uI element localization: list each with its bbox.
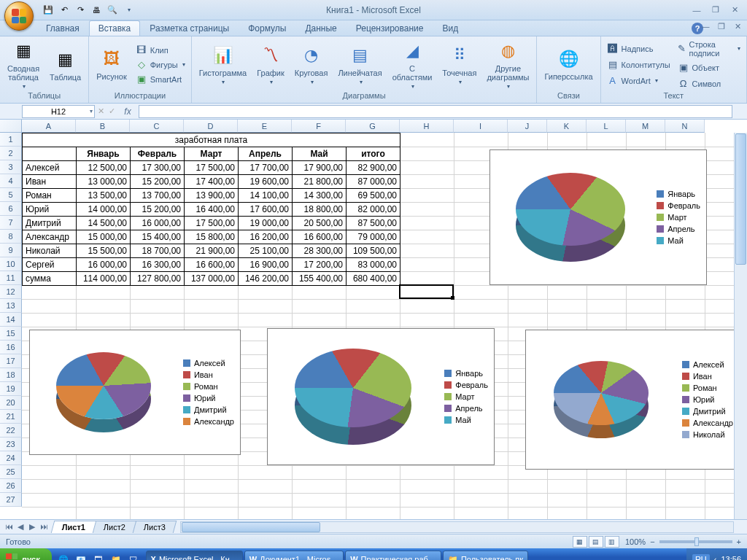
column-header[interactable]: M [626, 120, 665, 133]
mdi-close[interactable]: ✕ [731, 22, 744, 31]
signature-line-button[interactable]: ✎Строка подписи [675, 39, 743, 59]
pie-chart-object[interactable]: АлексейИванРоманЮрийДмитрийАлександрНико… [525, 330, 740, 470]
row-header[interactable]: 18 [0, 368, 22, 382]
column-headers[interactable]: ABCDEFGHIJKLMN [22, 120, 705, 133]
row-header[interactable]: 9 [0, 244, 22, 257]
column-header[interactable]: J [508, 120, 547, 133]
name-box[interactable]: H12 [22, 105, 95, 118]
row-header[interactable]: 27 [0, 493, 22, 507]
taskbar-button[interactable]: WПрактическая раб… [345, 551, 441, 560]
row-header[interactable]: 8 [0, 230, 22, 244]
row-header[interactable]: 23 [0, 438, 22, 451]
zoom-out-button[interactable]: − [650, 537, 654, 546]
fx-button[interactable]: fx [120, 106, 135, 117]
cancel-formula-icon[interactable]: ✕ [98, 106, 104, 117]
row-header[interactable]: 11 [0, 271, 22, 285]
tab-nav-next[interactable]: ▶ [26, 522, 38, 532]
pie-chart-object[interactable]: ЯнварьФевральМартАпрельМай [267, 328, 495, 465]
column-header[interactable]: I [454, 120, 508, 133]
row-header[interactable]: 22 [0, 424, 22, 438]
save-icon[interactable]: 💾 [42, 4, 54, 16]
row-headers[interactable]: 1234567891011121314151617181920212223242… [0, 133, 22, 507]
quick-print-icon[interactable]: 🖶 [90, 4, 102, 16]
row-header[interactable]: 25 [0, 465, 22, 479]
view-page-break-button[interactable]: ▥ [605, 536, 619, 548]
language-indicator[interactable]: RU [692, 554, 710, 560]
column-header[interactable]: A [22, 120, 76, 133]
column-header[interactable]: K [547, 120, 587, 133]
view-normal-button[interactable]: ▦ [573, 536, 587, 548]
row-header[interactable]: 12 [0, 285, 22, 299]
row-header[interactable]: 17 [0, 354, 22, 368]
zoom-slider[interactable] [659, 540, 732, 543]
clip-button[interactable]: 🎞Клип [133, 43, 188, 58]
column-chart-button[interactable]: 📊Гистограмма [195, 42, 252, 87]
quicklaunch-icon[interactable]: 🛡 [126, 552, 141, 560]
qat-customize-icon[interactable] [123, 4, 134, 16]
row-header[interactable]: 10 [0, 257, 22, 271]
pie-chart-object[interactable]: ЯнварьФевральМартАпрельМай [489, 149, 707, 285]
pie-chart-button[interactable]: ◔Круговая [290, 42, 333, 87]
textbox-button[interactable]: 🅰Надпись [604, 42, 673, 56]
vscroll-thumb[interactable] [735, 133, 746, 265]
vertical-scrollbar[interactable] [734, 133, 747, 519]
ribbon-tab[interactable]: Формулы [239, 20, 295, 36]
ribbon-tab[interactable]: Разметка страницы [140, 20, 239, 36]
row-header[interactable]: 19 [0, 382, 22, 396]
row-header[interactable]: 2 [0, 147, 22, 160]
clock[interactable]: 13:56 [721, 555, 741, 560]
close-button[interactable]: ✕ [727, 4, 743, 16]
mdi-restore[interactable]: ❐ [715, 22, 728, 31]
hscroll-thumb[interactable] [182, 522, 320, 532]
column-header[interactable]: H [400, 120, 454, 133]
horizontal-scrollbar[interactable] [180, 521, 734, 533]
column-header[interactable]: D [184, 120, 238, 133]
row-header[interactable]: 7 [0, 216, 22, 230]
object-button[interactable]: ▣Объект [675, 61, 743, 75]
column-header[interactable]: N [665, 120, 705, 133]
row-header[interactable]: 20 [0, 396, 22, 410]
pie-chart-object[interactable]: АлексейИванРоманЮрийДмитрийАлександр [29, 330, 241, 455]
select-all-button[interactable] [0, 120, 22, 133]
row-header[interactable]: 5 [0, 188, 22, 202]
column-header[interactable]: E [238, 120, 292, 133]
sheet-tab[interactable]: Лист3 [133, 521, 177, 533]
line-chart-button[interactable]: 〽График [252, 42, 289, 87]
quicklaunch-icon[interactable]: 🌐 [56, 552, 71, 560]
row-header[interactable]: 16 [0, 341, 22, 354]
smartart-button[interactable]: ▣SmartArt [133, 72, 188, 87]
print-preview-icon[interactable]: 🔍 [107, 4, 118, 16]
office-button[interactable] [4, 1, 34, 31]
start-button[interactable]: пуск [0, 548, 52, 560]
column-header[interactable]: C [130, 120, 184, 133]
mdi-minimize[interactable]: — [699, 22, 712, 31]
bar-chart-button[interactable]: ▤Линейчатая [333, 42, 386, 87]
row-header[interactable]: 14 [0, 313, 22, 327]
redo-icon[interactable]: ↷ [74, 4, 86, 16]
table-button[interactable]: ▦ Таблица [45, 47, 85, 83]
cell-grid[interactable]: заработная платаЯнварьФевральМартАпрельМ… [22, 133, 747, 519]
ribbon-tab[interactable]: Вид [433, 20, 468, 36]
row-header[interactable]: 6 [0, 202, 22, 216]
worksheet-area[interactable]: ABCDEFGHIJKLMN 1234567891011121314151617… [0, 120, 747, 519]
ribbon-tab[interactable]: Данные [295, 20, 346, 36]
undo-icon[interactable]: ↶ [58, 4, 70, 16]
wordart-button[interactable]: AWordArt [604, 74, 673, 88]
shapes-button[interactable]: ◇Фигуры [133, 58, 188, 72]
sheet-tab[interactable]: Лист1 [51, 521, 97, 533]
tab-nav-last[interactable]: ⏭ [38, 522, 50, 532]
enter-formula-icon[interactable]: ✓ [109, 106, 115, 117]
tray-icon[interactable]: ‹ [714, 555, 717, 560]
sheet-tab[interactable]: Лист2 [93, 521, 137, 533]
pivot-table-button[interactable]: ▦ Сводная таблица [3, 38, 44, 91]
column-header[interactable]: L [587, 120, 626, 133]
taskbar-button[interactable]: WДокумент1 - Micros… [244, 551, 344, 560]
row-header[interactable]: 24 [0, 451, 22, 465]
row-header[interactable]: 4 [0, 174, 22, 188]
taskbar-button[interactable]: 📁Пользователь пк [443, 551, 528, 560]
row-header[interactable]: 26 [0, 479, 22, 493]
quicklaunch-icon[interactable]: 📁 [109, 552, 123, 560]
row-header[interactable]: 15 [0, 327, 22, 341]
view-page-layout-button[interactable]: ▤ [589, 536, 603, 548]
area-chart-button[interactable]: ◢С областями [388, 38, 437, 91]
